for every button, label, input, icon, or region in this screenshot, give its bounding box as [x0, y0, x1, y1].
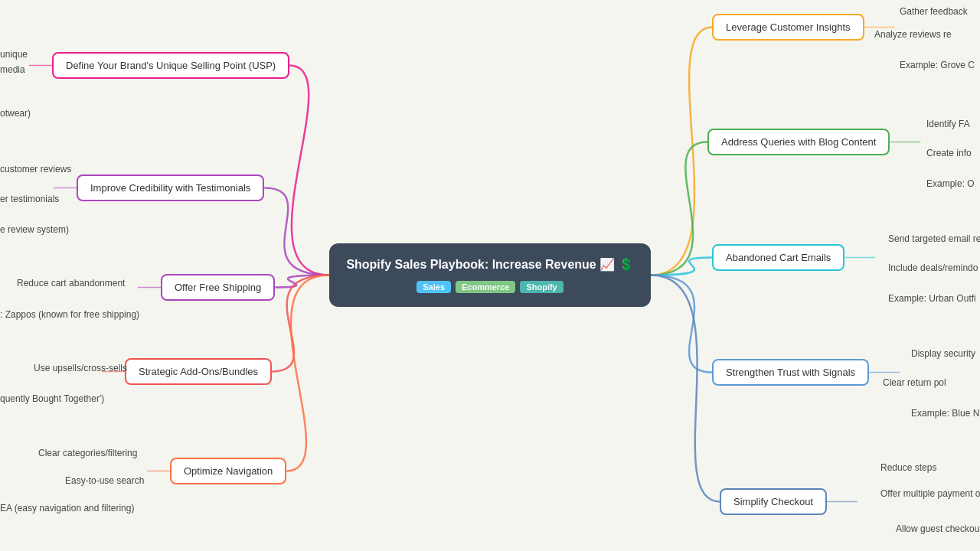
node-trust[interactable]: Strengthen Trust with Signals — [712, 359, 869, 386]
leaf-reduce-cart: Reduce cart abandonment — [17, 278, 125, 289]
leaf-er-testimonials: er testimonials — [0, 194, 59, 204]
center-title: Shopify Sales Playbook: Increase Revenue… — [346, 257, 633, 272]
leaf-gather-feedback: Gather feedback — [900, 6, 968, 17]
center-tags: Sales Ecommerce Shopify — [416, 281, 563, 293]
tag-shopify: Shopify — [520, 281, 563, 293]
leaf-identify-fa: Identify FA — [926, 119, 970, 129]
node-navigation[interactable]: Optimize Navigation — [170, 458, 286, 484]
leaf-media: media — [0, 64, 25, 75]
tag-sales: Sales — [416, 281, 451, 293]
leaf-example-o: Example: O — [926, 178, 975, 189]
leaf-include-deals: Include deals/remindo — [888, 262, 978, 273]
node-checkout[interactable]: Simplify Checkout — [720, 488, 827, 515]
node-bundles[interactable]: Strategic Add-Ons/Bundles — [125, 358, 272, 385]
node-testimonials[interactable]: Improve Credibility with Testimonials — [77, 174, 264, 201]
leaf-guest-checkout: Allow guest checkout — [896, 523, 980, 534]
leaf-unique: unique — [0, 49, 28, 60]
leaf-multiple-payment: Offer multiple payment opt — [880, 488, 980, 499]
leaf-display-security: Display security — [911, 348, 975, 359]
leaf-otwear: otwear) — [0, 108, 31, 119]
node-blog[interactable]: Address Queries with Blog Content — [707, 129, 890, 155]
tag-ecommerce: Ecommerce — [456, 281, 515, 293]
node-cart[interactable]: Abandoned Cart Emails — [712, 244, 844, 271]
leaf-zappos: : Zappos (known for free shipping) — [0, 309, 139, 320]
leaf-send-targeted: Send targeted email re — [888, 233, 980, 244]
node-shipping[interactable]: Offer Free Shipping — [161, 274, 275, 301]
leaf-reduce-steps: Reduce steps — [880, 462, 936, 473]
leaf-analyze-reviews: Analyze reviews re — [874, 29, 952, 40]
leaf-example-urban: Example: Urban Outfi — [888, 293, 976, 304]
leaf-clear-return: Clear return pol — [883, 377, 946, 388]
leaf-customer-reviews: customer reviews — [0, 164, 71, 174]
mindmap-canvas: Define Your Brand's Unique Selling Point… — [0, 0, 980, 551]
leaf-ea-nav: EA (easy navigation and filtering) — [0, 503, 134, 514]
leaf-upsells: Use upsells/cross-sells — [34, 363, 127, 373]
node-usp[interactable]: Define Your Brand's Unique Selling Point… — [52, 52, 289, 79]
leaf-review-system: e review system) — [0, 224, 69, 235]
leaf-easy-search: Easy-to-use search — [65, 475, 144, 486]
node-insights[interactable]: Leverage Customer Insights — [712, 14, 864, 41]
leaf-example-grove: Example: Grove C — [900, 60, 975, 70]
leaf-clear-categories: Clear categories/filtering — [38, 448, 137, 458]
node-center[interactable]: Shopify Sales Playbook: Increase Revenue… — [329, 243, 651, 307]
leaf-example-blue: Example: Blue N — [911, 408, 979, 419]
leaf-bought-together: quently Bought Together') — [0, 393, 104, 404]
leaf-create-info: Create info — [926, 148, 972, 158]
